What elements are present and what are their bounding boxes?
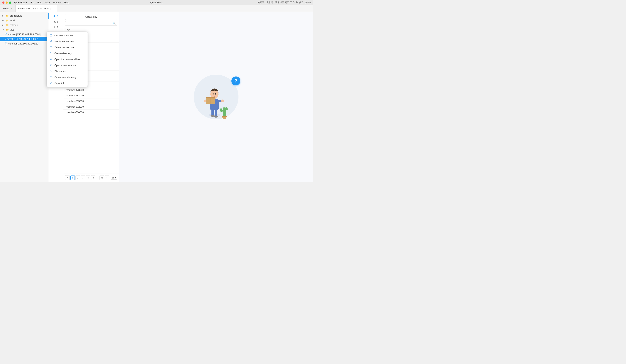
page-next-button[interactable]: ›: [105, 175, 109, 180]
db-item-2[interactable]: db 2: [48, 25, 63, 30]
link-icon: [50, 81, 53, 84]
key-item[interactable]: member-505000: [63, 99, 119, 104]
context-label: Copy link: [54, 82, 64, 84]
battery-indicator: 100%: [305, 1, 311, 4]
menu-view[interactable]: View: [44, 1, 50, 4]
sidebar-label: sentinel-[150.109.42.193:31]: [8, 42, 46, 45]
svg-rect-2: [50, 58, 52, 60]
context-label: Open a new window: [54, 64, 76, 66]
sidebar-item-pre-release[interactable]: ▶ 📁 pre-release: [0, 13, 48, 18]
folder-icon: 📁: [6, 24, 9, 26]
sidebar-item-direct[interactable]: ● direct-[150.109.42.193:30001]: [0, 37, 48, 41]
titlebar-left: QuickRedis File Edit View Window Help: [2, 1, 69, 4]
context-menu-create-connection[interactable]: Create connection: [47, 32, 87, 38]
page-button-4[interactable]: 4: [86, 175, 90, 180]
tab-home[interactable]: Home ×: [0, 5, 16, 12]
menu-app-name[interactable]: QuickRedis: [14, 1, 28, 4]
context-menu-delete-connection[interactable]: Delete connection: [47, 44, 87, 50]
context-menu-create-directory[interactable]: Create directory: [47, 50, 87, 56]
folder-icon: 📁: [6, 19, 9, 22]
menu-file[interactable]: File: [31, 1, 35, 4]
key-item[interactable]: member-473000: [63, 87, 119, 93]
tab-direct-close[interactable]: ×: [52, 7, 54, 10]
svg-rect-4: [50, 65, 52, 66]
sidebar-label: local: [10, 19, 46, 22]
toggle-icon: ▶: [2, 19, 5, 21]
svg-point-14: [204, 99, 207, 102]
menu-help[interactable]: Help: [64, 1, 69, 4]
minimize-window-button[interactable]: [5, 1, 8, 4]
search-input[interactable]: [67, 22, 111, 25]
edit-icon: [50, 40, 53, 43]
key-item[interactable]: member-872000: [63, 104, 119, 110]
sidebar-item-test[interactable]: ▼ 📂 test: [0, 27, 48, 32]
sidebar-item-release[interactable]: ▶ 📁 release: [0, 23, 48, 27]
window-icon: [50, 64, 53, 66]
context-menu-open-new-window[interactable]: Open a new window: [47, 62, 87, 68]
sidebar-item-cluster[interactable]: 📄 cluster-[150.109.42.193:7001]: [0, 32, 48, 37]
context-menu-copy-link[interactable]: Copy link: [47, 80, 87, 86]
sidebar-label: release: [10, 24, 46, 26]
tab-home-close[interactable]: ×: [10, 7, 13, 10]
menu-bar: QuickRedis File Edit View Window Help: [14, 1, 69, 4]
connected-icon: ●: [4, 38, 6, 40]
sidebar-label: cluster-[150.109.42.193:7001]: [8, 33, 46, 36]
traffic-lights: [2, 1, 11, 4]
key-item[interactable]: member-683000: [63, 93, 119, 99]
context-label: Create root directory: [54, 76, 77, 78]
context-menu-create-root-directory[interactable]: Create root directory: [47, 74, 87, 80]
create-key-button[interactable]: Create key: [65, 14, 117, 20]
page-button-2[interactable]: 2: [76, 175, 80, 180]
sidebar-label: pre-release: [10, 14, 46, 17]
tab-bar: Home × direct-[150.109.42.193:30001] ×: [0, 5, 313, 12]
folder-icon: [50, 52, 53, 55]
maximize-window-button[interactable]: [9, 1, 11, 4]
folder-open-icon: 📂: [6, 29, 9, 31]
page-dots: ···: [96, 176, 99, 179]
page-button-3[interactable]: 3: [81, 175, 85, 180]
context-menu-open-command-line[interactable]: Open the command line: [47, 56, 87, 62]
page-button-68[interactable]: 68: [99, 175, 104, 180]
key-item[interactable]: member-560000: [63, 110, 119, 115]
sidebar: ▶ 📁 pre-release ▶ 📁 local ▶ 📁 release ▼ …: [0, 12, 48, 182]
tab-direct-label: direct-[150.109.42.193:30001]: [18, 7, 50, 10]
page-prev-button[interactable]: ‹: [65, 175, 70, 180]
sidebar-item-local[interactable]: ▶ 📁 local: [0, 18, 48, 23]
search-icon[interactable]: 🔍: [113, 22, 116, 25]
sidebar-label: direct-[150.109.42.193:30001]: [7, 38, 46, 40]
context-menu-disconnect[interactable]: Disconnect: [47, 68, 87, 74]
keys-panel-header: Create key 🔍: [63, 12, 119, 27]
tab-direct[interactable]: direct-[150.109.42.193:30001] ×: [16, 5, 57, 12]
now-playing: 纯音乐，无歌词: [257, 1, 273, 4]
context-label: Delete connection: [54, 46, 74, 49]
svg-point-15: [221, 99, 224, 102]
sidebar-label: test: [10, 28, 46, 31]
svg-rect-27: [222, 116, 227, 117]
right-panel: ?: [119, 12, 313, 182]
page-size-value: 15: [112, 176, 114, 179]
context-menu-modify-connection[interactable]: Modify connection: [47, 38, 87, 44]
db-item-1[interactable]: db 1: [48, 19, 63, 25]
menu-window[interactable]: Window: [53, 1, 61, 4]
page-button-1[interactable]: 1: [71, 175, 75, 180]
page-button-5[interactable]: 5: [91, 175, 96, 180]
file-icon: 📄: [4, 42, 7, 45]
titlebar: QuickRedis File Edit View Window Help Qu…: [0, 0, 313, 5]
terminal-icon: [50, 58, 53, 61]
sidebar-item-sentinel[interactable]: 📄 sentinel-[150.109.42.193:31]: [0, 41, 48, 46]
page-size-select[interactable]: 15 ▾: [111, 176, 117, 180]
file-icon: 📄: [4, 33, 7, 36]
chevron-down-icon: ▾: [115, 176, 116, 179]
illustration-figure: [197, 82, 235, 119]
svg-rect-26: [226, 107, 227, 110]
menu-edit[interactable]: Edit: [37, 1, 41, 4]
disconnect-icon: [50, 69, 53, 72]
svg-rect-1: [50, 47, 52, 48]
illustration-background: ?: [194, 75, 238, 119]
context-menu: Create connection Modify connection Dele…: [47, 32, 87, 87]
close-window-button[interactable]: [2, 1, 4, 4]
help-badge[interactable]: ?: [232, 76, 240, 85]
svg-point-18: [213, 93, 214, 95]
db-item-0[interactable]: db 0: [48, 13, 63, 19]
content-area: db 0 db 1 db 2 db 8 db 9 db 10 db 11 db …: [48, 12, 313, 182]
